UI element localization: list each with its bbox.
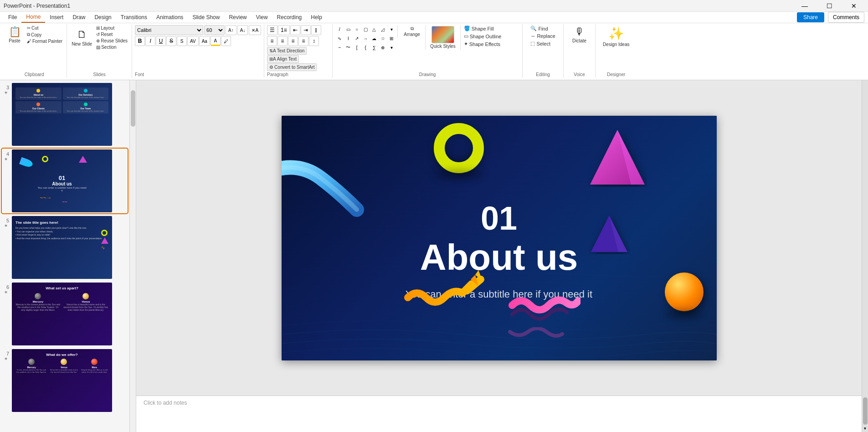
highlight-button[interactable]: 🖊 xyxy=(221,36,231,46)
copy-button[interactable]: ⧉ Copy xyxy=(26,31,64,38)
layout-button[interactable]: ⊞ Layout xyxy=(95,25,129,31)
replace-icon: ↔ xyxy=(530,33,535,39)
justify-button[interactable]: ≡ xyxy=(298,36,308,46)
shape-curve-icon[interactable]: ∿ xyxy=(335,34,344,42)
shape-more-icon[interactable]: ▾ xyxy=(387,25,395,33)
shape-connector-icon[interactable]: ↗ xyxy=(353,34,361,42)
shape-line-icon[interactable]: / xyxy=(335,25,344,33)
slide-thumb-7[interactable]: 7 ★ What do we offer? Mercury It's the c… xyxy=(2,348,128,413)
slide-thumb-5[interactable]: 5 ★ The slide title goes here! Do you kn… xyxy=(2,215,128,280)
columns-button[interactable]: ⫿ xyxy=(311,25,321,35)
tab-slideshow[interactable]: Slide Show xyxy=(188,12,224,22)
new-slide-button[interactable]: 🗋 New Slide xyxy=(70,28,94,47)
increase-font-button[interactable]: A↑ xyxy=(226,25,236,35)
dictate-button[interactable]: 🎙 Dictate xyxy=(568,25,591,44)
editing-group: 🔍 Find ↔ Replace ⬚ Select Editing xyxy=(523,24,564,78)
slide-canvas[interactable]: 01 About us You can enter a subtitle her… xyxy=(282,116,717,360)
shape-callout-icon[interactable]: ☁ xyxy=(370,34,378,42)
decrease-indent-button[interactable]: ⇤ xyxy=(290,25,300,35)
cut-button[interactable]: ✂ Cut xyxy=(26,25,64,31)
strikethrough-button[interactable]: S xyxy=(166,36,176,46)
tab-file[interactable]: File xyxy=(4,12,21,22)
clear-formatting-button[interactable]: ✕A xyxy=(249,25,261,35)
underline-button[interactable]: U xyxy=(156,36,166,46)
shape-triangle-icon[interactable]: △ xyxy=(370,25,378,33)
shape-expand2-icon[interactable]: ▾ xyxy=(387,43,395,51)
slide-thumb-3[interactable]: 3 ★ About us You can describe the topic … xyxy=(2,82,128,147)
shape-fill-button[interactable]: 🪣 Shape Fill xyxy=(462,25,503,32)
select-button[interactable]: ⬚ Select xyxy=(529,40,556,47)
shape-bracket-icon[interactable]: [ xyxy=(353,43,361,51)
slide-panel-scrollbar[interactable] xyxy=(130,80,136,432)
reset-button[interactable]: ↺ Reset xyxy=(95,31,129,37)
paste-button[interactable]: 📋 Paste xyxy=(5,25,25,44)
italic-button[interactable]: I xyxy=(145,36,155,46)
slide-thumb-6[interactable]: 6 ★ What set us apart? Mercury Mercury i… xyxy=(2,282,128,346)
shape-circle-icon[interactable]: ○ xyxy=(353,25,361,33)
tab-transitions[interactable]: Transitions xyxy=(116,12,152,22)
tab-home[interactable]: Home xyxy=(21,12,45,23)
char-spacing-button[interactable]: AV xyxy=(187,36,199,46)
maximize-btn[interactable]: ☐ xyxy=(819,0,840,12)
section-button[interactable]: ▤ Section xyxy=(95,44,129,50)
align-text-button[interactable]: ⊞A Align Text xyxy=(267,55,299,63)
shadow-button[interactable]: S xyxy=(177,36,187,46)
align-center-button[interactable]: ≡ xyxy=(277,36,288,46)
bullets-button[interactable]: ☰ xyxy=(267,25,277,35)
slide-thumb-4[interactable]: 4 ★ 01 About us You can enter a subtitle… xyxy=(2,149,128,213)
shape-arrow-icon[interactable]: → xyxy=(361,34,370,42)
change-case-button[interactable]: Aa xyxy=(199,36,210,46)
text-direction-icon: ⇅A xyxy=(269,48,276,53)
increase-indent-button[interactable]: ⇥ xyxy=(301,25,311,35)
tab-review[interactable]: Review xyxy=(224,12,251,22)
shape-wave-icon[interactable]: 〜 xyxy=(344,43,352,51)
tab-draw[interactable]: Draw xyxy=(68,12,90,22)
quick-styles-button[interactable]: Quick Styles xyxy=(428,25,457,50)
text-direction-button[interactable]: ⇅A Text Direction xyxy=(267,47,307,55)
shape-freeform-icon[interactable]: ⌇ xyxy=(344,34,352,42)
shape-effects-button[interactable]: ✦ Shape Effects xyxy=(462,41,503,47)
align-left-button[interactable]: ≡ xyxy=(267,36,277,46)
shape-star-icon[interactable]: ☆ xyxy=(379,34,387,42)
convert-smartart-button[interactable]: ⚙ Convert to SmartArt xyxy=(267,63,317,71)
tab-animations[interactable]: Animations xyxy=(152,12,188,22)
minimize-btn[interactable]: — xyxy=(794,0,815,12)
replace-button[interactable]: ↔ Replace xyxy=(529,33,556,39)
tab-help[interactable]: Help xyxy=(306,12,327,22)
share-button[interactable]: Share xyxy=(797,12,824,22)
design-ideas-button[interactable]: ✨ Design Ideas xyxy=(598,25,634,48)
shape-expand-icon[interactable]: ⊞ xyxy=(387,34,395,42)
bold-button[interactable]: B xyxy=(135,36,145,46)
tab-insert[interactable]: Insert xyxy=(45,12,68,22)
find-button[interactable]: 🔍 Find xyxy=(529,25,556,32)
font-selector[interactable]: Calibri xyxy=(135,25,203,35)
canvas-scrollbar-thumb[interactable] xyxy=(863,397,868,425)
shape-outline-button[interactable]: ▭ Shape Outline xyxy=(462,33,503,40)
shape-right-angle-icon[interactable]: ◿ xyxy=(379,25,387,33)
shape-brace-icon[interactable]: { xyxy=(361,43,370,51)
tab-recording[interactable]: Recording xyxy=(272,12,307,22)
line-spacing-button[interactable]: ↕ xyxy=(309,36,319,46)
reuse-slides-button[interactable]: ⊕ Reuse Slides xyxy=(95,38,129,44)
slide-panel-scrollbar-thumb[interactable] xyxy=(131,90,135,127)
shape-arc-icon[interactable]: ⌢ xyxy=(335,43,344,51)
arrange-button[interactable]: ⧉ Arrange xyxy=(401,25,423,38)
notes-area[interactable]: Click to add notes xyxy=(136,396,862,432)
close-btn[interactable]: ✕ xyxy=(843,0,864,12)
canvas-scrollbar[interactable]: ▼ xyxy=(862,80,868,432)
comments-button[interactable]: Comments xyxy=(828,12,864,23)
align-right-button[interactable]: ≡ xyxy=(288,36,298,46)
numbering-button[interactable]: 1≡ xyxy=(278,25,290,35)
layout-icon: ⊞ xyxy=(96,26,100,31)
scroll-down-btn[interactable]: ▼ xyxy=(863,427,868,431)
shape-equation-icon[interactable]: ∑ xyxy=(370,43,378,51)
decrease-font-button[interactable]: A↓ xyxy=(237,25,248,35)
shape-rounded-icon[interactable]: ▢ xyxy=(361,25,370,33)
tab-view[interactable]: View xyxy=(252,12,272,22)
shape-more2-icon[interactable]: ⊕ xyxy=(379,43,387,51)
font-color-button[interactable]: A xyxy=(211,36,221,46)
shape-rect-icon[interactable]: ▭ xyxy=(344,25,352,33)
format-painter-button[interactable]: 🖌 Format Painter xyxy=(26,38,64,44)
tab-design[interactable]: Design xyxy=(90,12,116,22)
font-size-selector[interactable]: 60 xyxy=(204,25,225,35)
